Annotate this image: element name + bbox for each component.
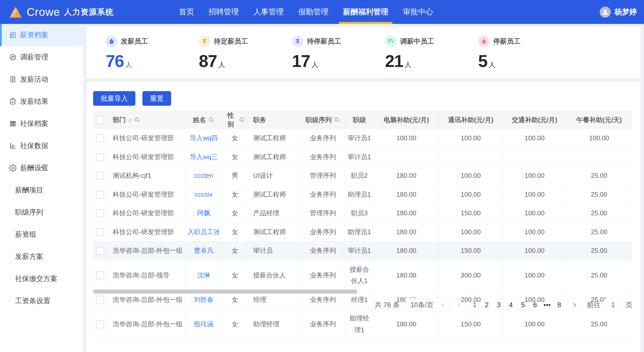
sidebar-item-薪酬设置[interactable]: 薪酬设置	[0, 157, 83, 179]
employee-name-link[interactable]: 入职员工张	[187, 228, 220, 236]
employee-name-link[interactable]: 殷玮涵	[194, 320, 214, 328]
nav-item-假勤管理[interactable]: 假勤管理	[294, 0, 332, 24]
hourglass-icon	[199, 36, 210, 47]
page-ellipsis[interactable]: •••	[541, 301, 553, 309]
cell-position: 审计员	[248, 241, 301, 260]
cell-transport: 100.00	[503, 204, 566, 223]
search-icon[interactable]	[134, 117, 140, 123]
stat-发薪员工[interactable]: 发薪员工76人	[106, 27, 199, 78]
batch-import-button[interactable]: 批量导入	[93, 91, 135, 106]
employee-name-link[interactable]: 沈琳	[197, 271, 210, 279]
employee-name-link[interactable]: cccten	[194, 172, 213, 179]
page-number-8[interactable]: 8	[553, 301, 565, 309]
sidebar-subitem-薪酬项目[interactable]: 薪酬项目	[0, 179, 83, 201]
nav-user[interactable]: 杨梦婷	[600, 0, 637, 24]
employee-name-link[interactable]: cccsix	[195, 191, 213, 198]
column-header-comm: 通讯补助(元/月)	[439, 111, 503, 129]
nav-item-人事管理[interactable]: 人事管理	[249, 0, 288, 24]
page-number-3[interactable]: 3	[493, 301, 505, 309]
row-checkbox[interactable]	[96, 172, 104, 180]
employee-name-link[interactable]: 导入wq四	[190, 134, 218, 142]
nav-item-招聘管理[interactable]: 招聘管理	[205, 0, 243, 24]
stat-head: 待停薪员工	[292, 36, 385, 47]
sidebar-item-发薪结果[interactable]: 发薪结果	[0, 90, 83, 113]
page-size-select[interactable]: 10条/页	[406, 298, 450, 312]
cell-comm: 100.00	[439, 185, 503, 204]
row-checkbox-cell	[93, 260, 107, 290]
cell-position: 产品经理	[248, 204, 301, 223]
stat-待停薪员工[interactable]: 待停薪员工17人	[292, 27, 385, 78]
sidebar-item-社保数据[interactable]: 社保数据	[0, 135, 83, 157]
sidebar-item-社保档案[interactable]: 社保档案	[0, 113, 83, 135]
cell-comm	[439, 148, 503, 166]
page-number-2[interactable]: 2	[481, 301, 493, 309]
employee-name-link[interactable]: 刘胜春	[194, 296, 214, 303]
column-header-lunch: 午餐补助(元/天)	[566, 111, 632, 129]
goto-page-input[interactable]	[604, 298, 622, 312]
sidebar-subitem-职级序列[interactable]: 职级序列	[0, 201, 83, 223]
table-header-row: 部门↓↑姓名性别职务职级序列职级电脑补助(元/月)通讯补助(元/月)交通补助(元…	[93, 111, 632, 129]
sidebar-item-发薪活动[interactable]: 发薪活动	[0, 68, 83, 90]
row-checkbox[interactable]	[96, 228, 104, 236]
sidebar-subitem-社保缴交方案[interactable]: 社保缴交方案	[0, 268, 83, 290]
page-number-6[interactable]: 6	[529, 301, 541, 309]
row-checkbox[interactable]	[96, 247, 104, 255]
cell-gender: 女	[222, 148, 248, 166]
employee-name-link[interactable]: 曹卓凡	[194, 247, 214, 254]
table-row: 科技公司-研发管理部入职员工张女测试工程师业务序列助理员1180.00100.0…	[93, 223, 632, 241]
table-row: 浩华咨询-总部-外包一组曹卓凡女审计员业务序列审计员1180.00150.001…	[93, 241, 632, 260]
stat-停薪员工[interactable]: 停薪员工5人	[478, 27, 571, 78]
user-name: 杨梦婷	[614, 7, 637, 17]
chevron-down-icon	[440, 302, 446, 308]
stat-unit: 人	[405, 61, 411, 68]
employee-name-link[interactable]: 导入wq三	[190, 153, 218, 161]
cell-computer: 180.00	[374, 241, 439, 260]
nav-item-薪酬福利管理[interactable]: 薪酬福利管理	[339, 0, 392, 24]
search-icon[interactable]	[239, 117, 245, 123]
stat-value: 87人	[199, 51, 292, 71]
cell-gender: 女	[222, 260, 248, 290]
page-number-4[interactable]: 4	[505, 301, 517, 309]
page-number-1[interactable]: 1	[469, 301, 481, 309]
page-number-5[interactable]: 5	[517, 301, 529, 309]
cell-grade: 助理经理1	[345, 309, 374, 339]
cell-transport: 100.00	[503, 166, 566, 185]
stat-head: 调薪中员工	[385, 36, 478, 47]
column-header-inner: 性别	[224, 111, 245, 129]
stat-调薪中员工[interactable]: 调薪中员工21人	[385, 27, 478, 78]
sidebar-item-调薪管理[interactable]: 调薪管理	[0, 46, 83, 68]
sidebar-item-薪资档案[interactable]: 薪资档案	[0, 24, 83, 46]
employee-name-link[interactable]: 阿飘	[197, 209, 210, 217]
row-checkbox[interactable]	[96, 191, 104, 199]
column-header-inner: 职务	[253, 116, 266, 124]
horizontal-scrollbar[interactable]	[93, 290, 357, 294]
sidebar-subitem-薪资组[interactable]: 薪资组	[0, 223, 83, 245]
stat-待定薪员工[interactable]: 待定薪员工87人	[199, 27, 292, 78]
row-checkbox[interactable]	[96, 296, 104, 304]
row-checkbox[interactable]	[96, 209, 104, 217]
next-page-button[interactable]	[569, 302, 580, 308]
select-all-checkbox[interactable]	[96, 116, 104, 124]
stat-value: 76人	[106, 51, 199, 71]
sidebar-item-label: 薪资档案	[20, 30, 48, 40]
column-label: 交通补助(元/月)	[512, 116, 557, 124]
document-icon	[9, 31, 17, 39]
row-checkbox[interactable]	[96, 271, 104, 279]
row-checkbox[interactable]	[96, 153, 104, 161]
sidebar-subitem-工资条设置[interactable]: 工资条设置	[0, 290, 83, 312]
reset-button[interactable]: 重置	[142, 91, 171, 106]
row-checkbox[interactable]	[96, 134, 104, 142]
row-checkbox[interactable]	[96, 320, 104, 328]
table-row: 浩华咨询-总部-外包一组殷玮涵女助理经理业务序列助理经理1180.00150.0…	[93, 309, 632, 339]
nav-item-审批中心[interactable]: 审批中心	[399, 0, 437, 24]
sort-icon[interactable]: ↓↑	[128, 117, 132, 123]
cell-computer: 180.00	[374, 260, 439, 290]
sidebar-subitem-发薪方案[interactable]: 发薪方案	[0, 245, 83, 268]
search-icon[interactable]	[208, 117, 215, 123]
cell-computer	[374, 148, 439, 166]
search-icon[interactable]	[334, 117, 340, 123]
cell-gender: 女	[222, 185, 248, 204]
prev-page-button[interactable]	[454, 302, 465, 308]
stat-unit: 人	[125, 61, 132, 68]
nav-item-首页[interactable]: 首页	[175, 0, 198, 24]
